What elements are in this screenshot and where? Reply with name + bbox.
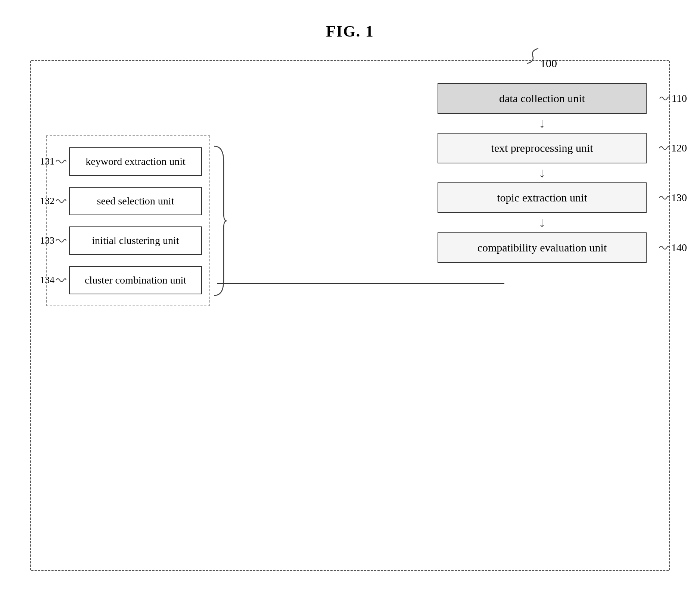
label-100: 100 — [540, 57, 557, 70]
cluster-combination-box: cluster combination unit 134 — [69, 266, 202, 294]
text-preprocessing-box: text preprocessing unit 120 — [438, 133, 647, 163]
left-panel: keyword extraction unit 131 seed selecti… — [46, 135, 210, 306]
label-134: 134 — [40, 275, 66, 286]
arrow-1: ↓ — [438, 114, 647, 133]
keyword-extraction-box: keyword extraction unit 131 — [69, 147, 202, 176]
cluster-combination-label: cluster combination unit — [85, 274, 186, 286]
initial-clustering-box: initial clustering unit 133 — [69, 226, 202, 255]
compatibility-evaluation-label: compatibility evaluation unit — [477, 241, 607, 254]
initial-clustering-label: initial clustering unit — [92, 235, 179, 246]
label-130: 130 — [659, 192, 687, 204]
label-120: 120 — [659, 142, 687, 154]
topic-extraction-box: topic extraction unit 130 — [438, 182, 647, 213]
right-panel: data collection unit 110 ↓ text preproce… — [438, 83, 647, 263]
seed-selection-box: seed selection unit 132 — [69, 187, 202, 215]
data-collection-label: data collection unit — [499, 92, 585, 104]
diagram-container: 100 data collection unit 110 ↓ text prep… — [30, 60, 670, 571]
squiggle-100 — [520, 47, 542, 67]
label-110: 110 — [659, 93, 687, 104]
arrow-3: ↓ — [438, 213, 647, 232]
text-preprocessing-label: text preprocessing unit — [491, 142, 593, 154]
label-131: 131 — [40, 156, 66, 167]
data-collection-box: data collection unit 110 — [438, 83, 647, 114]
label-133: 133 — [40, 235, 66, 246]
label-140: 140 — [659, 242, 687, 254]
compatibility-evaluation-box: compatibility evaluation unit 140 — [438, 232, 647, 263]
connector-line — [217, 283, 504, 284]
label-132: 132 — [40, 195, 66, 207]
right-brace — [209, 136, 230, 306]
arrow-2: ↓ — [438, 163, 647, 182]
left-inner-border: keyword extraction unit 131 seed selecti… — [46, 135, 210, 306]
seed-selection-label: seed selection unit — [97, 195, 174, 207]
keyword-extraction-label: keyword extraction unit — [85, 156, 185, 167]
topic-extraction-label: topic extraction unit — [497, 191, 587, 204]
page-title: FIG. 1 — [0, 0, 700, 40]
